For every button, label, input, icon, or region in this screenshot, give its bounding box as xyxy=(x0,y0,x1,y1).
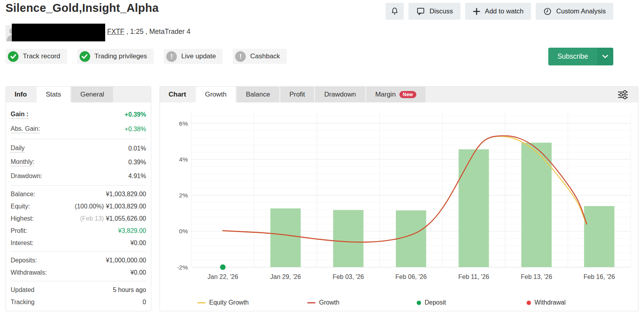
stat-label: Withdrawals: xyxy=(11,269,47,276)
discuss-label: Discuss xyxy=(430,7,453,15)
chart-card: Chart GrowthBalanceProfitDrawdownMarginN… xyxy=(160,86,638,311)
add-to-watch-button[interactable]: Add to watch xyxy=(465,3,531,20)
legend-item-withdrawal: Withdrawal xyxy=(527,299,566,307)
tab-stats[interactable]: Stats xyxy=(37,87,70,102)
tab-growth[interactable]: Growth xyxy=(196,87,236,102)
tab-margin[interactable]: MarginNew xyxy=(366,87,426,102)
y-tick-label: 2% xyxy=(179,192,188,199)
stat-value-text: ¥1,055,626.00 xyxy=(106,215,146,222)
sliders-icon[interactable] xyxy=(616,89,630,101)
tab-general[interactable]: General xyxy=(71,87,113,102)
growth-chart[interactable]: 6%4%2%0%-2%Jan 22, '26Jan 29, '26Feb 03,… xyxy=(160,105,639,310)
stat-value: 0.39% xyxy=(128,159,146,166)
legend-label: Withdrawal xyxy=(535,299,566,306)
stat-label[interactable]: Monthly: xyxy=(11,158,34,166)
stat-value-text: 0 xyxy=(143,299,146,305)
bell-icon xyxy=(390,7,399,16)
x-tick-label: Feb 11, '26 xyxy=(458,273,489,280)
stat-row-deposits: Deposits:¥1,000,000.00 xyxy=(11,254,146,266)
badge-cashback: !Cashback xyxy=(233,49,287,64)
stat-value-text: +0.39% xyxy=(124,111,146,118)
badge-label: Track record xyxy=(23,52,60,60)
exclamation-icon: ! xyxy=(235,51,246,62)
stat-row-daily: Daily0.01% xyxy=(11,141,146,155)
stat-value-text: ¥0.00 xyxy=(130,240,146,246)
tab-balance[interactable]: Balance xyxy=(237,87,279,102)
badge-label: Trading privileges xyxy=(95,52,147,60)
stat-value: 4.91% xyxy=(128,173,146,180)
stat-row-balance: Balance:¥1,003,829.00 xyxy=(11,188,146,200)
legend-line-swatch xyxy=(197,302,206,303)
page-title: Silence_Gold,Insight_Alpha xyxy=(6,2,159,15)
stat-row-monthly: Monthly:0.39% xyxy=(11,155,146,169)
custom-analysis-label: Custom Analysis xyxy=(556,7,606,15)
stat-value-text: ¥1,000,000.00 xyxy=(106,257,146,264)
tab-label: General xyxy=(80,91,104,99)
badge-trading-privileges: Trading privileges xyxy=(77,49,154,64)
chart-label: Chart xyxy=(160,87,195,102)
badge-track-record: Track record xyxy=(6,49,67,64)
tab-drawdown[interactable]: Drawdown xyxy=(315,87,365,102)
stat-label[interactable]: Abs. Gain: xyxy=(11,125,40,133)
stats-card: Info StatsGeneral Gain :+0.39%Abs. Gain:… xyxy=(6,86,151,311)
growth-bar xyxy=(458,149,489,267)
subscribe-label[interactable]: Subscribe xyxy=(548,48,597,65)
tab-profit[interactable]: Profit xyxy=(280,87,314,102)
stat-value-text: 0.01% xyxy=(128,145,146,152)
notifications-button[interactable] xyxy=(386,3,404,20)
stat-label: Profit: xyxy=(11,227,27,234)
plus-icon xyxy=(473,7,481,15)
stat-value: ¥1,003,829.00 xyxy=(106,191,146,198)
stat-label[interactable]: Gain : xyxy=(11,111,28,119)
stat-value-text: 0.39% xyxy=(128,159,146,165)
chevron-down-icon[interactable] xyxy=(597,48,613,65)
stat-label: Interest: xyxy=(11,240,33,247)
tab-label: Growth xyxy=(205,91,226,99)
account-meta-row: FXTF , 1:25 , MetaTrader 4 xyxy=(107,28,190,36)
tab-label: Stats xyxy=(46,91,61,99)
stat-value-note: (Feb 13) xyxy=(80,215,104,222)
y-tick-label: 0% xyxy=(179,228,188,234)
stat-row-withdrawals: Withdrawals:¥0.00 xyxy=(11,266,146,279)
stat-label[interactable]: Daily xyxy=(11,145,25,152)
stat-value-note: (100.00%) xyxy=(75,203,104,210)
legend-line-swatch xyxy=(307,302,316,303)
legend-label: Growth xyxy=(319,299,340,306)
stat-label: Equity: xyxy=(11,203,30,210)
new-badge: New xyxy=(399,91,417,99)
subscribe-button[interactable]: Subscribe xyxy=(548,48,613,65)
stat-value: (Feb 13)¥1,055,626.00 xyxy=(80,215,146,222)
stat-label: Drawdown: xyxy=(11,173,42,180)
stat-value: 0.01% xyxy=(128,145,146,152)
legend-item-deposit: Deposit xyxy=(417,299,446,307)
stat-row-gain: Gain :+0.39% xyxy=(11,107,146,122)
stat-value-text: 4.91% xyxy=(128,173,146,179)
chat-icon xyxy=(416,7,425,16)
stat-row-abs-gain: Abs. Gain:+0.38% xyxy=(11,122,146,136)
discuss-button[interactable]: Discuss xyxy=(408,3,461,20)
stat-value: ¥1,000,000.00 xyxy=(106,257,146,264)
check-icon xyxy=(8,51,19,62)
stat-value: (100.00%)¥1,003,829.00 xyxy=(75,203,146,210)
stat-row-drawdown: Drawdown:4.91% xyxy=(11,169,146,183)
stat-value: 5 hours ago xyxy=(113,286,146,294)
stat-value: ¥0.00 xyxy=(130,240,146,247)
header-actions: DiscussAdd to watchCustom Analysis xyxy=(386,3,613,20)
x-tick-label: Feb 06, '26 xyxy=(395,273,427,280)
growth-bar xyxy=(333,210,364,267)
stat-value-text: ¥1,003,829.00 xyxy=(106,191,146,197)
legend-item-growth: Growth xyxy=(307,299,340,307)
x-tick-label: Jan 29, '26 xyxy=(270,273,301,280)
growth-bar xyxy=(522,143,552,267)
exclamation-icon: ! xyxy=(166,51,177,62)
stat-value-text: ¥3,829.00 xyxy=(118,227,146,234)
chart-card-tabs: Chart GrowthBalanceProfitDrawdownMarginN… xyxy=(160,87,638,102)
stat-row-highest: Highest:(Feb 13)¥1,055,626.00 xyxy=(11,212,146,225)
broker-link[interactable]: FXTF xyxy=(107,28,124,35)
custom-analysis-button[interactable]: Custom Analysis xyxy=(536,3,613,20)
clock-icon xyxy=(543,7,552,16)
account-meta: , 1:25 , MetaTrader 4 xyxy=(124,28,191,35)
stat-value: ¥3,829.00 xyxy=(118,227,146,234)
add-to-watch-label: Add to watch xyxy=(485,7,523,15)
check-icon xyxy=(80,51,90,62)
